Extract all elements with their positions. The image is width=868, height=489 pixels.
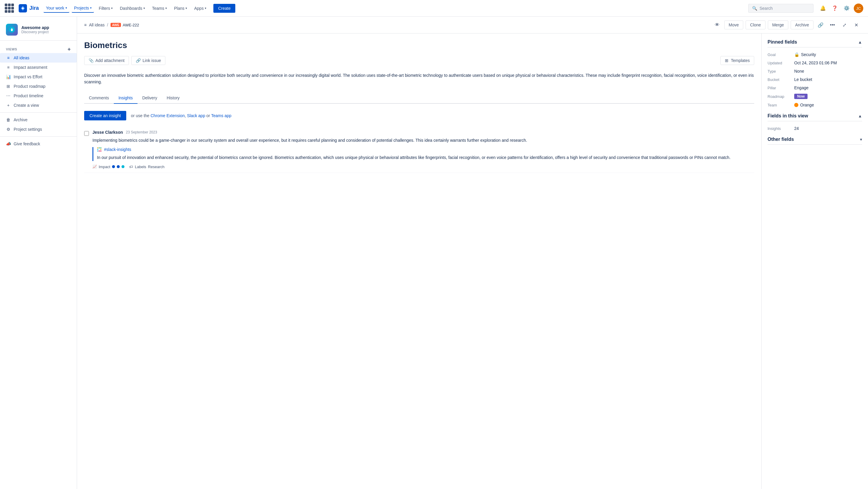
grid-icon: ⊞	[6, 84, 11, 89]
logo[interactable]: Jira	[19, 4, 39, 12]
search-icon: 🔍	[752, 6, 757, 11]
field-team: Team Orange	[768, 103, 862, 107]
goal-value: 🔒 Security	[794, 52, 816, 57]
goal-emoji: 🔒	[794, 52, 799, 57]
pillar-value: Engage	[794, 85, 808, 90]
breadcrumb: ≡ All ideas / AWE AWE-222	[84, 23, 139, 27]
field-insights: Insights 24	[768, 126, 862, 131]
sidebar-item-feedback[interactable]: 📣 Give feedback	[0, 139, 77, 149]
svg-point-2	[11, 29, 13, 31]
nav-dashboards[interactable]: Dashboards ▾	[117, 4, 147, 12]
description: Discover an innovative biometric authent…	[84, 72, 754, 85]
content-main: Biometrics 📎 Add attachment 🔗 Link issue…	[77, 33, 761, 489]
close-button[interactable]: ✕	[851, 20, 861, 30]
insight-source: #slack-insights In our pursuit of innova…	[92, 147, 754, 161]
link-issue-button[interactable]: 🔗 Link issue	[131, 56, 165, 65]
app-switcher-button[interactable]	[5, 4, 14, 13]
watch-button[interactable]: 👁	[712, 20, 722, 30]
insights-value: 24	[794, 126, 799, 131]
pinned-fields-collapse[interactable]: ▲	[858, 40, 862, 45]
roadmap-value: Now	[794, 94, 808, 99]
roadmap-badge[interactable]: Now	[794, 94, 808, 99]
nav-your-work[interactable]: Your work ▾	[43, 4, 69, 13]
updated-value: Oct 24, 2023 01:06 PM	[794, 60, 837, 65]
goal-label: Goal	[768, 53, 794, 57]
list-icon: ≡	[6, 55, 11, 60]
insights-label: Insights	[768, 126, 794, 131]
breadcrumb-all-ideas[interactable]: All ideas	[89, 23, 104, 27]
help-button[interactable]: ❓	[830, 4, 840, 13]
sidebar-item-product-roadmap[interactable]: ⊞ Product roadmap	[0, 82, 77, 91]
team-value: Orange	[794, 103, 814, 107]
source-link[interactable]: #slack-insights	[104, 147, 131, 152]
tab-history[interactable]: History	[162, 92, 185, 104]
search-bar[interactable]: 🔍 Search	[748, 4, 813, 13]
label-icon: 🏷	[129, 165, 133, 169]
type-label: Type	[768, 69, 794, 74]
share-button[interactable]: 🔗	[816, 20, 825, 30]
tab-delivery[interactable]: Delivery	[137, 92, 162, 104]
search-placeholder: Search	[760, 6, 773, 11]
breadcrumb-current-issue: AWE AWE-222	[111, 23, 139, 27]
templates-button[interactable]: ⊞ Templates	[720, 56, 754, 65]
sidebar-item-all-ideas[interactable]: ≡ All ideas	[0, 53, 77, 63]
sidebar-item-impact-vs-effort[interactable]: 📊 Impact vs Effort	[0, 72, 77, 82]
right-panel: Pinned fields ▲ Goal 🔒 Security Updated …	[761, 33, 868, 489]
nav-teams[interactable]: Teams ▾	[150, 4, 169, 12]
sidebar-item-impact-assessment[interactable]: ≡ Impact assesment	[0, 63, 77, 72]
insight-content: Jesse Clarkson 23 September 2023 Impleme…	[92, 130, 754, 169]
other-fields-expand[interactable]: ▾	[860, 137, 862, 142]
list-icon: ≡	[6, 65, 11, 70]
insight-tags: 📈 Impact 🏷 Labels Research	[92, 165, 754, 169]
bucket-label: Bucket	[768, 78, 794, 82]
team-dot-icon	[794, 103, 798, 107]
avatar[interactable]	[854, 4, 863, 13]
impact-tag: 📈 Impact	[92, 165, 124, 169]
tab-comments[interactable]: Comments	[84, 92, 114, 104]
sidebar-item-archive[interactable]: 🗑 Archive	[0, 115, 77, 124]
nav-filters[interactable]: Filters ▾	[96, 4, 115, 12]
insight-date: 23 September 2023	[126, 130, 157, 134]
breadcrumb-icon: ≡	[84, 23, 87, 27]
tab-insights[interactable]: Insights	[114, 92, 137, 104]
fields-in-view-collapse[interactable]: ▲	[858, 114, 862, 118]
nav-apps[interactable]: Apps ▾	[192, 4, 209, 12]
or-text: or use the Chrome Extension, Slack app o…	[131, 113, 231, 118]
move-button[interactable]: Move	[724, 21, 743, 29]
settings-button[interactable]: ⚙️	[842, 4, 851, 13]
tag-dot-3	[122, 165, 124, 168]
archive-button[interactable]: Archive	[790, 21, 813, 29]
add-attachment-button[interactable]: 📎 Add attachment	[84, 56, 129, 65]
insight-item: Jesse Clarkson 23 September 2023 Impleme…	[84, 126, 754, 173]
insight-checkbox[interactable]	[84, 131, 89, 136]
settings-icon: ⚙	[6, 127, 11, 132]
svg-rect-8	[100, 147, 102, 149]
page-title: Biometrics	[84, 40, 754, 50]
more-button[interactable]: •••	[828, 20, 837, 30]
tag-dot-2	[117, 165, 120, 168]
content-area: Biometrics 📎 Add attachment 🔗 Link issue…	[77, 33, 868, 489]
fields-in-view-title: Fields in this view	[768, 113, 808, 119]
nav-projects[interactable]: Projects ▾	[72, 4, 94, 13]
field-roadmap: Roadmap Now	[768, 94, 862, 99]
sidebar-item-project-settings[interactable]: ⚙ Project settings	[0, 124, 77, 134]
field-goal: Goal 🔒 Security	[768, 52, 862, 57]
create-insight-button[interactable]: Create an insight	[84, 111, 126, 120]
add-view-button[interactable]: +	[68, 47, 71, 52]
notifications-button[interactable]: 🔔	[818, 4, 828, 13]
create-button[interactable]: Create	[213, 4, 235, 13]
nav-plans[interactable]: Plans ▾	[172, 4, 189, 12]
field-type: Type None	[768, 69, 862, 74]
sidebar-item-product-timeline[interactable]: ⋯ Product timeline	[0, 91, 77, 100]
svg-rect-4	[99, 147, 100, 149]
insight-author: Jesse Clarkson	[92, 130, 123, 135]
sidebar-item-create-view[interactable]: + Create a view	[0, 100, 77, 110]
expand-button[interactable]: ⤢	[840, 20, 849, 30]
link-icon: 🔗	[136, 58, 141, 63]
insight-source-text: In our pursuit of innovation and enhance…	[97, 154, 754, 161]
clone-button[interactable]: Clone	[746, 21, 766, 29]
feedback-icon: 📣	[6, 141, 11, 146]
pinned-fields-title: Pinned fields	[768, 39, 797, 45]
insight-author-row: Jesse Clarkson 23 September 2023	[92, 130, 754, 135]
merge-button[interactable]: Merge	[768, 21, 788, 29]
